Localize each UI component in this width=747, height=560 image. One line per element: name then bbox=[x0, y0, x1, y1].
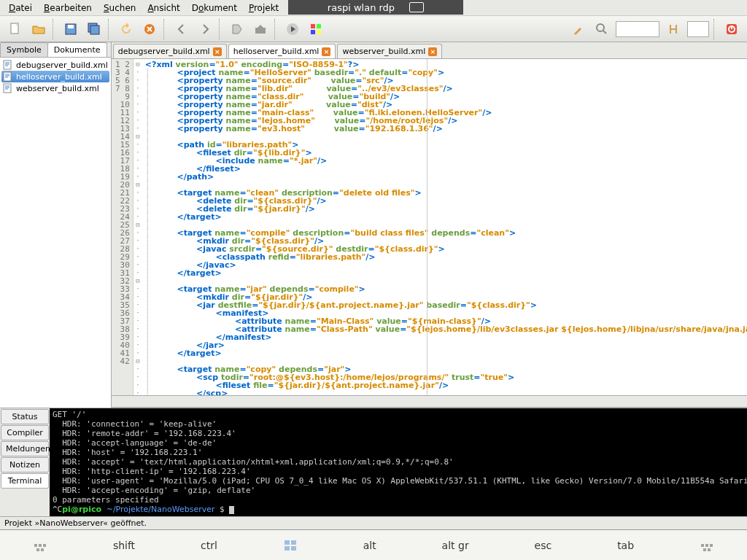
xml-file-icon bbox=[3, 71, 13, 82]
svg-rect-8 bbox=[311, 24, 315, 28]
svg-rect-20 bbox=[43, 544, 46, 547]
svg-point-12 bbox=[597, 24, 604, 31]
menu-datei[interactable]: Datei bbox=[3, 1, 38, 15]
key-esc[interactable]: esc bbox=[535, 540, 552, 551]
key-alt[interactable]: alt bbox=[363, 540, 376, 551]
svg-rect-21 bbox=[36, 548, 39, 551]
svg-rect-25 bbox=[285, 546, 290, 551]
editor-tab[interactable]: helloserver_build.xml× bbox=[228, 44, 336, 58]
editor-tab[interactable]: webserver_build.xml× bbox=[337, 44, 442, 58]
menu-dokument[interactable]: Dokument bbox=[186, 1, 243, 15]
xml-file-icon bbox=[3, 60, 13, 70]
svg-rect-29 bbox=[710, 544, 713, 547]
sidebar-tabs: SymboleDokumente bbox=[0, 42, 111, 58]
key-tab[interactable]: tab bbox=[617, 540, 634, 551]
xml-file-icon bbox=[3, 83, 13, 93]
new-file-icon[interactable] bbox=[4, 18, 26, 40]
toolbar bbox=[0, 16, 747, 42]
search-input[interactable] bbox=[616, 21, 659, 37]
sidebar: SymboleDokumente debugserver_build.xmlhe… bbox=[0, 42, 112, 407]
svg-rect-31 bbox=[708, 548, 711, 551]
file-item[interactable]: helloserver_build.xml bbox=[1, 71, 109, 82]
svg-rect-26 bbox=[291, 546, 296, 551]
goto-input[interactable] bbox=[687, 21, 709, 37]
code-content[interactable]: <?xml version="1.0" encoding="ISO-8859-1… bbox=[142, 59, 747, 395]
quit-icon[interactable] bbox=[721, 18, 743, 40]
sidebar-tab-dokumente[interactable]: Dokumente bbox=[47, 42, 107, 57]
terminal[interactable]: GET '/' HDR: 'connection' = 'keep-alive'… bbox=[50, 408, 747, 516]
svg-rect-17 bbox=[4, 84, 11, 93]
file-list: debugserver_build.xmlhelloserver_build.x… bbox=[0, 58, 111, 408]
color-picker-icon[interactable] bbox=[305, 18, 327, 40]
close-file-icon[interactable] bbox=[139, 18, 160, 40]
menu-bearbeiten[interactable]: Bearbeiten bbox=[38, 1, 98, 15]
editor-tab[interactable]: debugserver_build.xml× bbox=[113, 44, 227, 58]
grid-left-icon[interactable] bbox=[33, 538, 47, 553]
status-text: Projekt »NanoWebserver« geöffnet. bbox=[4, 518, 147, 528]
bottom-tabs: StatusCompilerMeldungenNotizenTerminal bbox=[0, 408, 50, 516]
grid-right-icon[interactable] bbox=[700, 538, 714, 553]
forward-icon[interactable] bbox=[194, 18, 216, 40]
svg-rect-23 bbox=[285, 540, 290, 545]
svg-rect-10 bbox=[311, 30, 315, 34]
horizontal-scrollbar[interactable] bbox=[112, 395, 747, 407]
svg-rect-28 bbox=[705, 544, 708, 547]
svg-rect-22 bbox=[41, 548, 44, 551]
back-icon[interactable] bbox=[171, 18, 193, 40]
line-gutter: 1 2 3 4 5 6 7 8 9 10 11 12 13 14 15 16 1… bbox=[112, 59, 133, 395]
svg-rect-19 bbox=[39, 544, 42, 547]
save-all-icon[interactable] bbox=[83, 18, 105, 40]
menu-ansicht[interactable]: Ansicht bbox=[142, 1, 185, 15]
fold-column[interactable]: ⊟ · · · · · · · · ⊟ · · · · · ⊟ · · · · … bbox=[133, 59, 142, 395]
key-ctrl[interactable]: ctrl bbox=[201, 540, 217, 551]
jump-icon[interactable] bbox=[662, 18, 684, 40]
bottom-tab-terminal[interactable]: Terminal bbox=[1, 473, 49, 489]
svg-rect-11 bbox=[317, 30, 321, 34]
svg-rect-2 bbox=[68, 25, 74, 28]
bottom-tab-compiler[interactable]: Compiler bbox=[1, 425, 49, 440]
sidebar-tab-symbole[interactable]: Symbole bbox=[0, 42, 48, 57]
file-item[interactable]: debugserver_build.xml bbox=[1, 59, 109, 71]
key-altgr[interactable]: alt gr bbox=[442, 540, 469, 551]
editor-tabs: debugserver_build.xml×helloserver_build.… bbox=[112, 42, 747, 58]
svg-rect-24 bbox=[291, 540, 296, 545]
onscreen-keyboard-bar: shift ctrl alt alt gr esc tab bbox=[0, 529, 747, 560]
code-editor[interactable]: 1 2 3 4 5 6 7 8 9 10 11 12 13 14 15 16 1… bbox=[112, 58, 747, 395]
svg-rect-16 bbox=[4, 72, 11, 81]
bottom-tab-status[interactable]: Status bbox=[1, 409, 49, 424]
svg-rect-30 bbox=[703, 548, 706, 551]
close-tab-icon[interactable]: × bbox=[322, 47, 330, 56]
compile-icon[interactable] bbox=[226, 18, 248, 40]
rdp-title-banner: raspi wlan rdp bbox=[288, 0, 463, 15]
svg-rect-4 bbox=[90, 26, 99, 34]
open-file-icon[interactable] bbox=[28, 18, 50, 40]
key-shift[interactable]: shift bbox=[113, 540, 135, 551]
close-tab-icon[interactable]: × bbox=[213, 47, 222, 56]
bottom-panel: StatusCompilerMeldungenNotizenTerminal G… bbox=[0, 407, 747, 516]
run-icon[interactable] bbox=[282, 18, 303, 40]
build-icon[interactable] bbox=[249, 18, 271, 40]
svg-rect-9 bbox=[317, 24, 321, 28]
bottom-tab-notizen[interactable]: Notizen bbox=[1, 457, 49, 472]
brush-icon[interactable] bbox=[568, 18, 589, 40]
keyboard-icon[interactable] bbox=[409, 2, 424, 12]
svg-rect-6 bbox=[255, 28, 266, 34]
svg-rect-18 bbox=[34, 544, 37, 547]
close-tab-icon[interactable]: × bbox=[428, 47, 437, 56]
menu-projekt[interactable]: Projekt bbox=[243, 1, 285, 15]
search-icon[interactable] bbox=[591, 18, 613, 40]
svg-rect-15 bbox=[4, 61, 11, 69]
save-icon[interactable] bbox=[60, 18, 82, 40]
statusbar: Projekt »NanoWebserver« geöffnet. bbox=[0, 516, 747, 529]
windows-key-icon[interactable] bbox=[283, 538, 298, 553]
banner-text: raspi wlan rdp bbox=[328, 2, 395, 13]
reload-icon[interactable] bbox=[115, 18, 137, 40]
menu-suchen[interactable]: Suchen bbox=[98, 1, 142, 15]
bottom-tab-meldungen[interactable]: Meldungen bbox=[1, 441, 49, 456]
file-item[interactable]: webserver_build.xml bbox=[1, 82, 109, 94]
svg-rect-27 bbox=[701, 544, 704, 547]
